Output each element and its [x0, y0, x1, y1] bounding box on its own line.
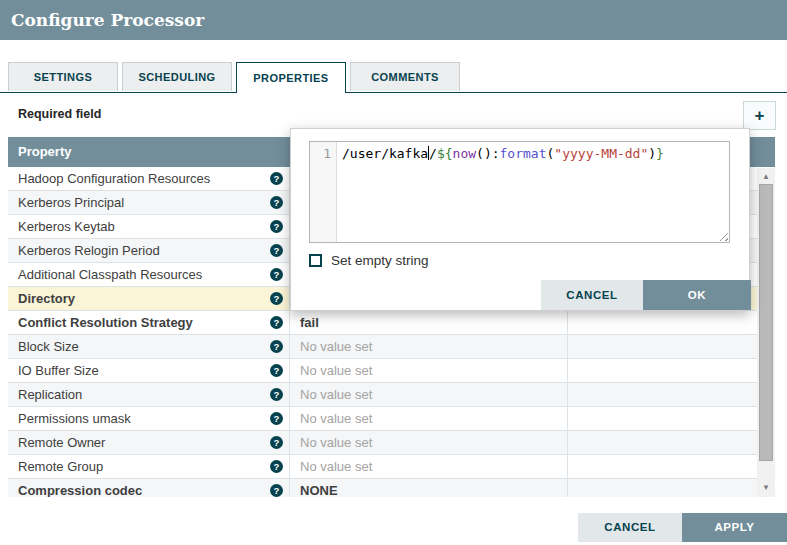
- help-icon[interactable]: ?: [270, 412, 283, 425]
- table-row: Remote Group?No value set: [8, 455, 775, 479]
- help-icon[interactable]: ?: [270, 460, 283, 473]
- code-token: ): [648, 146, 656, 161]
- dialog-apply-button[interactable]: APPLY: [682, 513, 787, 542]
- property-name-cell: IO Buffer Size?: [8, 359, 290, 383]
- set-empty-string-label: Set empty string: [331, 253, 429, 268]
- code-line[interactable]: /user/kafka/${now():format("yyyy-MM-dd")…: [337, 142, 729, 242]
- plus-icon: +: [755, 106, 765, 125]
- property-name: Permissions umask: [18, 411, 131, 426]
- required-field-label: Required field: [18, 107, 101, 121]
- code-token: }: [656, 146, 664, 161]
- help-icon[interactable]: ?: [270, 436, 283, 449]
- scroll-up-icon[interactable]: ▲: [757, 170, 775, 184]
- property-name-cell: Kerberos Relogin Period?: [8, 239, 290, 263]
- property-value-cell[interactable]: No value set: [290, 383, 568, 407]
- row-filler-cell: [568, 479, 757, 497]
- property-name: IO Buffer Size: [18, 363, 99, 378]
- property-name-cell: Directory?: [8, 287, 290, 311]
- row-filler-cell: [568, 431, 757, 455]
- table-row: Remote Owner?No value set: [8, 431, 775, 455]
- property-name: Remote Owner: [18, 435, 105, 450]
- code-token: "yyyy-MM-dd": [554, 146, 648, 161]
- set-empty-string-checkbox[interactable]: [309, 254, 322, 267]
- tab-bar: SETTINGSSCHEDULINGPROPERTIESCOMMENTS: [0, 62, 787, 93]
- property-name-cell: Remote Group?: [8, 455, 290, 479]
- property-value-cell[interactable]: No value set: [290, 407, 568, 431]
- property-name-cell: Permissions umask?: [8, 407, 290, 431]
- add-property-button[interactable]: +: [743, 101, 776, 130]
- property-name: Kerberos Relogin Period: [18, 243, 160, 258]
- row-filler-cell: [568, 407, 757, 431]
- property-value-cell[interactable]: No value set: [290, 431, 568, 455]
- property-value-cell[interactable]: No value set: [290, 335, 568, 359]
- property-value-cell[interactable]: NONE: [290, 479, 568, 497]
- tab-settings[interactable]: SETTINGS: [8, 62, 118, 91]
- expression-editor[interactable]: 1 /user/kafka/${now():format("yyyy-MM-dd…: [309, 141, 730, 243]
- code-token: /user/kafka: [342, 146, 428, 161]
- property-name: Kerberos Keytab: [18, 219, 115, 234]
- property-name-cell: Replication?: [8, 383, 290, 407]
- popup-ok-button[interactable]: OK: [643, 280, 751, 310]
- help-icon[interactable]: ?: [270, 292, 283, 305]
- popup-cancel-button[interactable]: CANCEL: [541, 280, 643, 310]
- property-name-cell: Kerberos Keytab?: [8, 215, 290, 239]
- set-empty-string-row: Set empty string: [309, 253, 429, 268]
- property-name: Block Size: [18, 339, 79, 354]
- code-token: format: [500, 146, 547, 161]
- property-name-cell: Kerberos Principal?: [8, 191, 290, 215]
- property-name: Compression codec: [18, 483, 142, 497]
- table-row: Permissions umask?No value set: [8, 407, 775, 431]
- property-name-cell: Conflict Resolution Strategy?: [8, 311, 290, 335]
- scroll-down-icon[interactable]: ▼: [757, 481, 775, 495]
- help-icon[interactable]: ?: [270, 484, 283, 497]
- table-row: Compression codec?NONE: [8, 479, 775, 497]
- code-token: now: [453, 146, 476, 161]
- table-row: IO Buffer Size?No value set: [8, 359, 775, 383]
- property-name-cell: Remote Owner?: [8, 431, 290, 455]
- dialog-cancel-button[interactable]: CANCEL: [578, 513, 682, 542]
- help-icon[interactable]: ?: [270, 244, 283, 257]
- dialog-title: Configure Processor: [0, 0, 787, 40]
- help-icon[interactable]: ?: [270, 220, 283, 233]
- property-name: Directory: [18, 291, 75, 306]
- property-name: Kerberos Principal: [18, 195, 124, 210]
- code-token: /: [429, 146, 437, 161]
- table-row: Conflict Resolution Strategy?fail: [8, 311, 775, 335]
- property-name-cell: Block Size?: [8, 335, 290, 359]
- property-value-cell[interactable]: No value set: [290, 455, 568, 479]
- tab-comments[interactable]: COMMENTS: [350, 62, 460, 91]
- help-icon[interactable]: ?: [270, 172, 283, 185]
- table-scrollbar[interactable]: ▲ ▼: [757, 168, 775, 497]
- help-icon[interactable]: ?: [270, 316, 283, 329]
- tab-scheduling[interactable]: SCHEDULING: [122, 62, 232, 91]
- table-row: Block Size?No value set: [8, 335, 775, 359]
- code-token: ():: [476, 146, 499, 161]
- property-name: Hadoop Configuration Resources: [18, 171, 210, 186]
- property-name: Remote Group: [18, 459, 103, 474]
- line-number-gutter: 1: [310, 142, 337, 242]
- property-name: Additional Classpath Resources: [18, 267, 202, 282]
- row-filler-cell: [568, 455, 757, 479]
- help-icon[interactable]: ?: [270, 364, 283, 377]
- row-filler-cell: [568, 383, 757, 407]
- table-row: Replication?No value set: [8, 383, 775, 407]
- help-icon[interactable]: ?: [270, 388, 283, 401]
- help-icon[interactable]: ?: [270, 340, 283, 353]
- property-name: Replication: [18, 387, 82, 402]
- property-value-cell[interactable]: No value set: [290, 359, 568, 383]
- property-name-cell: Hadoop Configuration Resources?: [8, 167, 290, 191]
- help-icon[interactable]: ?: [270, 196, 283, 209]
- value-editor-popup: 1 /user/kafka/${now():format("yyyy-MM-dd…: [290, 128, 750, 311]
- scrollbar-thumb[interactable]: [759, 184, 773, 461]
- row-filler-cell: [568, 359, 757, 383]
- row-filler-cell: [568, 335, 757, 359]
- row-filler-cell: [568, 311, 757, 335]
- property-value-cell[interactable]: fail: [290, 311, 568, 335]
- property-name: Conflict Resolution Strategy: [18, 315, 193, 330]
- help-icon[interactable]: ?: [270, 268, 283, 281]
- property-column-header: Property: [18, 144, 71, 159]
- code-token: ${: [437, 146, 453, 161]
- property-name-cell: Compression codec?: [8, 479, 290, 497]
- property-name-cell: Additional Classpath Resources?: [8, 263, 290, 287]
- tab-properties[interactable]: PROPERTIES: [236, 62, 346, 93]
